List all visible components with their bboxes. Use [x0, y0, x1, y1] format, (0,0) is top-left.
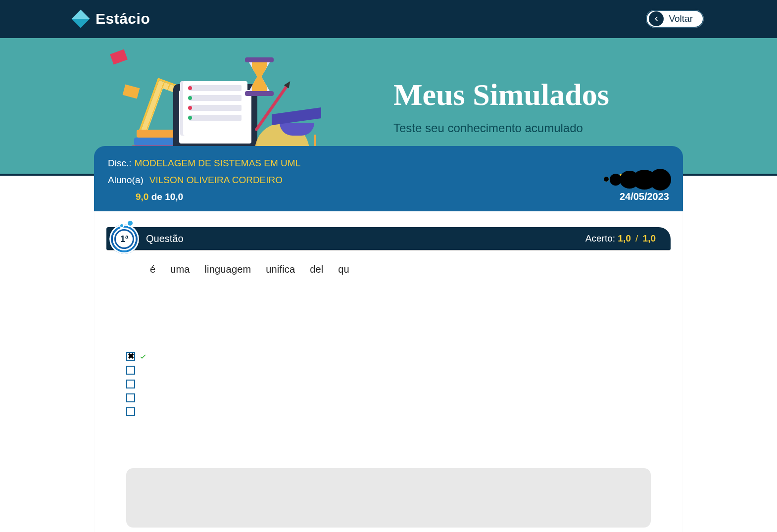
back-button[interactable]: Voltar: [644, 8, 705, 29]
checkbox-empty-icon: [126, 407, 135, 416]
score-value: 9,0: [136, 192, 148, 202]
answer-option[interactable]: [126, 405, 671, 419]
question-number: 1a: [120, 234, 128, 244]
answer-option[interactable]: [126, 391, 671, 405]
score-row: 9,0 de 10,0: [108, 192, 669, 202]
discipline-value: MODELAGEM DE SISTEMAS EM UML: [135, 158, 301, 169]
answer-option[interactable]: ✖: [126, 349, 671, 363]
answer-options: ✖: [126, 349, 671, 419]
content-card: Disc.: MODELAGEM DE SISTEMAS EM UML Alun…: [94, 146, 683, 532]
checkbox-empty-icon: [126, 366, 135, 375]
hero-text: Meus Simulados Teste seu conhecimento ac…: [393, 77, 609, 135]
chevron-left-icon: [649, 11, 664, 26]
brand-name: Estácio: [96, 10, 150, 27]
answer-option[interactable]: [126, 377, 671, 391]
brand-logo-icon: [72, 10, 90, 28]
date: 24/05/2023: [620, 191, 669, 202]
score-max: de 10,0: [151, 192, 183, 202]
question-number-badge: 1a: [109, 224, 139, 254]
question-label: Questão: [146, 233, 184, 244]
question-text: é uma linguagem unifica del qu: [106, 260, 671, 275]
card-header: Disc.: MODELAGEM DE SISTEMAS EM UML Alun…: [94, 146, 683, 211]
brand: Estácio: [72, 10, 150, 28]
top-bar: Estácio Voltar: [0, 0, 777, 37]
page-title: Meus Simulados: [393, 77, 609, 112]
card-body: 1a Questão Acerto: 1,0 / 1,0 é uma lingu…: [94, 211, 683, 532]
discipline-label: Disc.:: [108, 158, 132, 169]
question-header: 1a Questão Acerto: 1,0 / 1,0: [106, 227, 671, 251]
student-label: Aluno(a): [108, 175, 144, 186]
question-score: Acerto: 1,0 / 1,0: [585, 233, 656, 244]
back-button-label: Voltar: [669, 13, 693, 24]
correct-check-icon: [139, 352, 147, 360]
answer-option[interactable]: [126, 363, 671, 377]
redaction-blob: [602, 171, 671, 189]
checkbox-empty-icon: [126, 393, 135, 402]
checkbox-checked-icon: ✖: [126, 352, 135, 361]
checkbox-empty-icon: [126, 380, 135, 388]
page-subtitle: Teste seu conhecimento acumulado: [393, 121, 609, 135]
response-box: [126, 468, 651, 528]
student-value: VILSON OLIVEIRA CORDEIRO: [149, 175, 283, 186]
